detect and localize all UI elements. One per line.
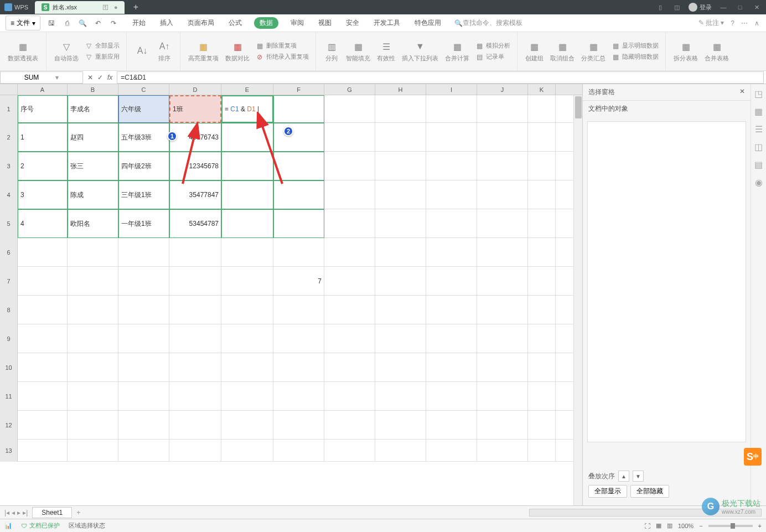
menu-item-3[interactable]: 公式 bbox=[226, 17, 244, 29]
cell-J8[interactable] bbox=[477, 296, 528, 324]
cell-B5[interactable]: 欧阳名 bbox=[68, 209, 118, 238]
cell-C12[interactable] bbox=[118, 411, 169, 440]
menu-item-2[interactable]: 页面布局 bbox=[185, 17, 216, 29]
cell-D7[interactable] bbox=[169, 267, 221, 296]
status-icon[interactable]: 📊 bbox=[4, 522, 12, 529]
cell-F8[interactable] bbox=[273, 296, 324, 324]
col-header-B[interactable]: B bbox=[68, 84, 118, 95]
cell-E5[interactable] bbox=[221, 209, 273, 238]
cell-K3[interactable] bbox=[528, 152, 556, 180]
cell-A1[interactable]: 序号 bbox=[18, 95, 68, 123]
split-table-button[interactable]: ▦拆分表格 bbox=[670, 38, 701, 65]
cell-G5[interactable] bbox=[324, 209, 375, 238]
cell-C9[interactable] bbox=[118, 324, 169, 353]
cancel-formula-icon[interactable]: ✕ bbox=[86, 74, 94, 81]
cell-K1[interactable] bbox=[528, 95, 556, 123]
hide-all-button[interactable]: 全部隐藏 bbox=[630, 485, 669, 498]
formula-input[interactable]: =C1&D1 bbox=[117, 71, 764, 84]
cell-K11[interactable] bbox=[528, 382, 556, 411]
cell-K2[interactable] bbox=[528, 123, 556, 152]
sidebar-icon-2[interactable]: ▦ bbox=[754, 106, 764, 116]
cell-E12[interactable] bbox=[221, 411, 273, 440]
col-header-F[interactable]: F bbox=[273, 84, 324, 95]
batch-comment-button[interactable]: ✎ 批注 ▾ bbox=[698, 18, 724, 28]
row-header-4[interactable]: 4 bbox=[0, 180, 18, 209]
show-all-button[interactable]: 全部显示 bbox=[588, 485, 627, 498]
cell-C6[interactable] bbox=[118, 238, 169, 267]
cell-B6[interactable] bbox=[68, 238, 118, 267]
cell-A10[interactable] bbox=[18, 353, 68, 382]
cell-C3[interactable]: 四年级2班 bbox=[118, 152, 169, 180]
cell-A7[interactable] bbox=[18, 267, 68, 296]
command-search[interactable]: 🔍 查找命令、搜索模板 bbox=[454, 18, 522, 28]
cell-J9[interactable] bbox=[477, 324, 528, 353]
what-if-button[interactable]: ▦模拟分析 bbox=[473, 40, 513, 51]
cell-C1[interactable]: 六年级 bbox=[118, 95, 169, 123]
sidebar-icon-1[interactable]: ◳ bbox=[754, 89, 764, 99]
cell-K8[interactable] bbox=[528, 296, 556, 324]
cell-I4[interactable] bbox=[426, 180, 477, 209]
col-header-H[interactable]: H bbox=[375, 84, 426, 95]
cell-I6[interactable] bbox=[426, 238, 477, 267]
cell-C10[interactable] bbox=[118, 353, 169, 382]
cell-D12[interactable] bbox=[169, 411, 221, 440]
preview-icon[interactable]: 🔍 bbox=[77, 18, 88, 29]
cell-E11[interactable] bbox=[221, 382, 273, 411]
col-header-D[interactable]: D bbox=[169, 84, 221, 95]
sheet-nav-prev-icon[interactable]: ◂ bbox=[12, 509, 15, 516]
cell-D2[interactable]: 48976743 bbox=[169, 123, 221, 152]
consolidate-button[interactable]: ▦合并计算 bbox=[442, 38, 473, 65]
cell-H12[interactable] bbox=[375, 411, 426, 440]
cell-A2[interactable]: 1 bbox=[18, 123, 68, 152]
cell-A9[interactable] bbox=[18, 324, 68, 353]
show-detail-button[interactable]: ▦显示明细数据 bbox=[609, 40, 661, 51]
cell-I10[interactable] bbox=[426, 353, 477, 382]
cell-I5[interactable] bbox=[426, 209, 477, 238]
cell-B12[interactable] bbox=[68, 411, 118, 440]
cell-C7[interactable] bbox=[118, 267, 169, 296]
cell-G12[interactable] bbox=[324, 411, 375, 440]
cell-A5[interactable]: 4 bbox=[18, 209, 68, 238]
cell-J2[interactable] bbox=[477, 123, 528, 152]
document-tab[interactable]: S 姓名.xlsx ⚿ ● bbox=[35, 1, 125, 14]
cell-A3[interactable]: 2 bbox=[18, 152, 68, 180]
cell-G4[interactable] bbox=[324, 180, 375, 209]
cell-G6[interactable] bbox=[324, 238, 375, 267]
remove-dup-button[interactable]: ▦删除重复项 bbox=[253, 40, 311, 51]
cell-G13[interactable] bbox=[324, 440, 375, 462]
reapply-button[interactable]: ▽重新应用 bbox=[82, 51, 122, 63]
col-header-K[interactable]: K bbox=[528, 84, 556, 95]
minimize-icon[interactable]: — bbox=[718, 2, 728, 12]
cell-H10[interactable] bbox=[375, 353, 426, 382]
cell-J1[interactable] bbox=[477, 95, 528, 123]
cell-H5[interactable] bbox=[375, 209, 426, 238]
select-all-corner[interactable] bbox=[0, 84, 18, 95]
accept-formula-icon[interactable]: ✓ bbox=[96, 74, 104, 81]
fx-icon[interactable]: fx bbox=[106, 74, 113, 81]
cell-A13[interactable] bbox=[18, 440, 68, 462]
row-header-11[interactable]: 11 bbox=[0, 382, 18, 411]
cell-B4[interactable]: 陈成 bbox=[68, 180, 118, 209]
cell-E10[interactable] bbox=[221, 353, 273, 382]
menu-item-1[interactable]: 插入 bbox=[158, 17, 175, 29]
cell-I12[interactable] bbox=[426, 411, 477, 440]
cell-K12[interactable] bbox=[528, 411, 556, 440]
cell-E9[interactable] bbox=[221, 324, 273, 353]
undo-icon[interactable]: ↶ bbox=[92, 18, 103, 29]
cell-E1[interactable]: = C1 & D1 | bbox=[221, 95, 273, 123]
group-button[interactable]: ▦创建组 bbox=[522, 38, 547, 65]
record-form-button[interactable]: ▤记录单 bbox=[473, 51, 513, 63]
cell-C2[interactable]: 五年级3班 bbox=[118, 123, 169, 152]
cell-D4[interactable]: 35477847 bbox=[169, 180, 221, 209]
row-header-1[interactable]: 1 bbox=[0, 95, 18, 123]
cell-E2[interactable] bbox=[221, 123, 273, 152]
cell-F1[interactable] bbox=[273, 95, 324, 123]
name-box[interactable]: SUM▾ bbox=[0, 71, 83, 84]
cell-I1[interactable] bbox=[426, 95, 477, 123]
sidebar-icon-6[interactable]: ◉ bbox=[754, 177, 764, 187]
highlight-dup-button[interactable]: ▦高亮重复项 bbox=[185, 38, 222, 65]
cell-B1[interactable]: 李成名 bbox=[68, 95, 118, 123]
validation-button[interactable]: ☰有效性 bbox=[374, 38, 398, 65]
row-header-10[interactable]: 10 bbox=[0, 353, 18, 382]
ungroup-button[interactable]: ▦取消组合 bbox=[547, 38, 578, 65]
